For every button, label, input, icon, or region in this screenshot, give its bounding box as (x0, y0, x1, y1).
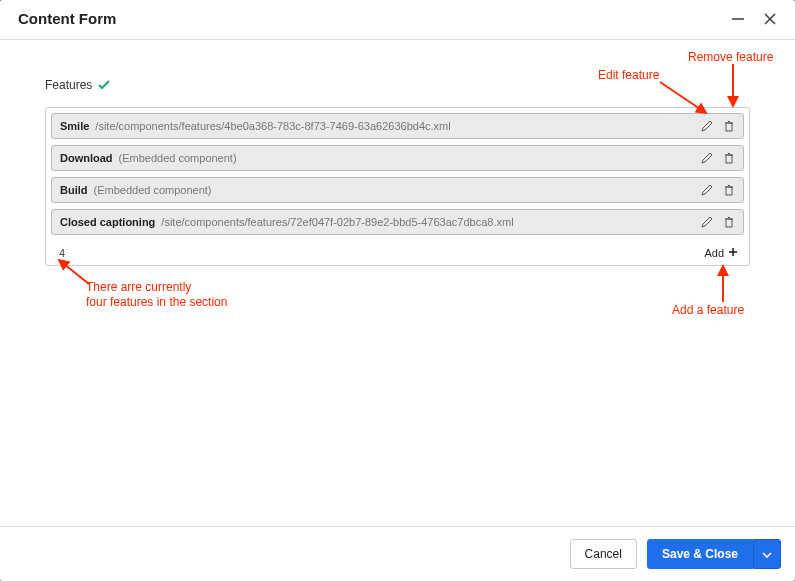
dialog: Content Form Features (0, 0, 795, 581)
pencil-icon[interactable] (701, 120, 713, 132)
svg-rect-6 (726, 155, 732, 163)
pencil-icon[interactable] (701, 184, 713, 196)
feature-row[interactable]: Download (Embedded component) (51, 145, 744, 171)
trash-icon[interactable] (723, 216, 735, 228)
add-label: Add (704, 247, 724, 259)
feature-subtitle: (Embedded component) (94, 184, 212, 196)
feature-title: Smile (60, 120, 89, 132)
add-button[interactable]: Add (704, 247, 738, 259)
save-split-button: Save & Close (647, 539, 781, 569)
feature-subtitle: /site/components/features/4be0a368-783c-… (95, 120, 450, 132)
feature-subtitle: /site/components/features/72ef047f-02b7-… (161, 216, 513, 228)
feature-row[interactable]: Build (Embedded component) (51, 177, 744, 203)
feature-row[interactable]: Closed captioning /site/components/featu… (51, 209, 744, 235)
minimize-button[interactable] (731, 12, 745, 26)
features-list: Smile /site/components/features/4be0a368… (45, 107, 750, 266)
feature-title: Download (60, 152, 113, 164)
dialog-title: Content Form (18, 10, 116, 27)
svg-rect-3 (726, 123, 732, 131)
arrow-icon (716, 262, 730, 304)
trash-icon[interactable] (723, 152, 735, 164)
modal-backdrop: Content Form Features (0, 0, 795, 581)
feature-row[interactable]: Smile /site/components/features/4be0a368… (51, 113, 744, 139)
close-button[interactable] (763, 12, 777, 26)
list-count: 4 (59, 247, 65, 259)
svg-rect-9 (726, 187, 732, 195)
annotation-count-line1: There arre currently (86, 280, 191, 294)
pencil-icon[interactable] (701, 216, 713, 228)
feature-subtitle: (Embedded component) (119, 152, 237, 164)
annotation-add-feature: Add a feature (672, 303, 744, 317)
dialog-header: Content Form (0, 0, 795, 40)
trash-icon[interactable] (723, 184, 735, 196)
save-close-button[interactable]: Save & Close (647, 539, 753, 569)
pencil-icon[interactable] (701, 152, 713, 164)
feature-title: Build (60, 184, 88, 196)
trash-icon[interactable] (723, 120, 735, 132)
features-section: Features Smile /site/components/features… (0, 40, 795, 266)
cancel-button[interactable]: Cancel (570, 539, 637, 569)
svg-rect-12 (726, 219, 732, 227)
section-label-text: Features (45, 78, 92, 92)
dialog-body: Features Smile /site/components/features… (0, 40, 795, 526)
annotation-count-line2: four features in the section (86, 295, 227, 309)
save-dropdown-button[interactable] (753, 539, 781, 569)
plus-icon (728, 247, 738, 259)
section-label: Features (45, 78, 110, 92)
feature-title: Closed captioning (60, 216, 155, 228)
dialog-header-controls (731, 12, 777, 26)
list-footer: 4 Add (51, 241, 744, 265)
dialog-footer: Cancel Save & Close (0, 526, 795, 581)
check-icon (98, 80, 110, 90)
caret-down-icon (762, 547, 772, 561)
